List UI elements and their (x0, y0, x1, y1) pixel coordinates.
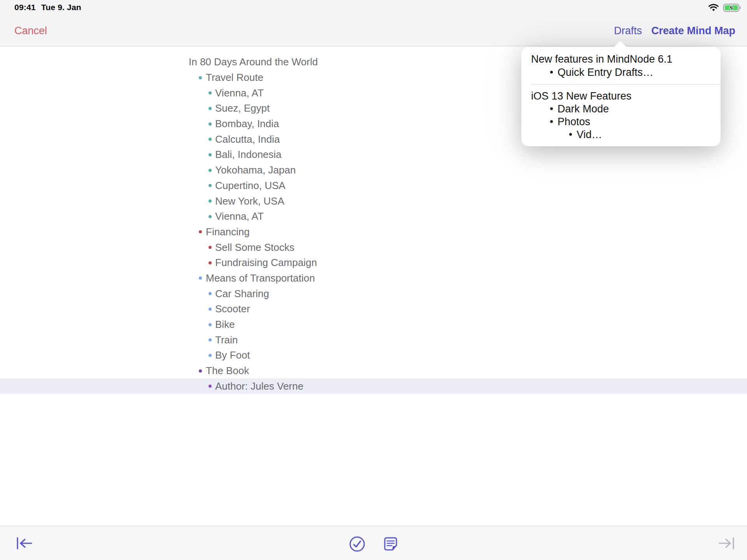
status-date: Tue 9. Jan (41, 3, 81, 12)
outline-row[interactable]: The Book (0, 363, 747, 379)
indent-icon[interactable] (717, 536, 736, 552)
note-icon[interactable] (382, 536, 399, 553)
outline-row[interactable]: Bike (0, 317, 747, 332)
bullet-dot (209, 338, 212, 341)
bottom-toolbar (0, 526, 747, 560)
bullet-dot (209, 292, 212, 295)
bullet-dot (209, 107, 212, 110)
bullet-dot (209, 215, 212, 218)
outline-row[interactable]: By Foot (0, 348, 747, 363)
battery-charging-icon (723, 3, 742, 14)
bullet-dot (209, 153, 212, 156)
top-chrome: 09:41Tue 9. Jan Cancel (0, 0, 747, 46)
drafts-popover: New features in MindNode 6.1 Quick Entry… (521, 47, 721, 146)
bullet-dot (569, 133, 572, 136)
complete-task-icon[interactable] (349, 536, 365, 553)
outline-row[interactable]: Financing (0, 224, 747, 240)
outline-row[interactable]: Yokohama, Japan (0, 163, 747, 178)
outline-row[interactable]: Car Sharing (0, 286, 747, 301)
status-bar: 09:41Tue 9. Jan (0, 0, 747, 16)
wifi-icon (707, 3, 720, 14)
bullet-dot (199, 230, 202, 233)
nav-bar: Cancel Drafts Create Mind Map (0, 16, 747, 46)
bullet-dot (209, 122, 212, 126)
drafts-button[interactable]: Drafts (614, 25, 642, 37)
bullet-dot (209, 385, 212, 388)
bullet-dot (209, 184, 212, 187)
bullet-dot (550, 107, 553, 110)
outline-row[interactable]: Vienna, AT (0, 209, 747, 224)
create-mind-map-button[interactable]: Create Mind Map (651, 25, 735, 37)
bullet-dot (199, 76, 202, 79)
bullet-dot (209, 261, 212, 264)
draft-item-line[interactable]: Vid… (569, 130, 602, 140)
draft-item-line[interactable]: Quick Entry Drafts… (550, 67, 653, 78)
bullet-dot (199, 276, 202, 280)
popover-separator (531, 84, 721, 84)
bullet-dot (550, 120, 553, 123)
outline-row-selected[interactable]: Author: Jules Verne (0, 378, 747, 394)
draft-item-line[interactable]: Dark Mode (550, 104, 609, 114)
bullet-dot (209, 246, 212, 249)
outline-row[interactable]: New York, USA (0, 193, 747, 209)
outline-row[interactable]: Train (0, 332, 747, 348)
bullet-dot (209, 91, 212, 94)
outline-row[interactable]: Sell Some Stocks (0, 240, 747, 255)
status-time: 09:41 (14, 3, 36, 12)
bullet-dot (550, 71, 553, 74)
draft-item[interactable]: New features in MindNode 6.1 (531, 54, 672, 65)
bullet-dot (209, 354, 212, 357)
cancel-button[interactable]: Cancel (14, 25, 47, 37)
bullet-dot (199, 369, 202, 373)
draft-item-line[interactable]: Photos (550, 117, 590, 127)
status-time-date: 09:41Tue 9. Jan (14, 3, 81, 12)
outdent-icon[interactable] (15, 536, 33, 552)
outline-row[interactable]: Cupertino, USA (0, 178, 747, 194)
outline-row[interactable]: Bali, Indonesia (0, 147, 747, 163)
bullet-dot (209, 200, 212, 203)
bullet-dot (209, 138, 212, 141)
bullet-dot (209, 323, 212, 326)
bullet-dot (209, 169, 212, 172)
bullet-dot (209, 308, 212, 311)
outline-row[interactable]: Means of Transportation (0, 271, 747, 286)
outline-row[interactable]: Fundraising Campaign (0, 255, 747, 271)
outline-row[interactable]: Scooter (0, 301, 747, 317)
draft-item[interactable]: iOS 13 New Features (531, 91, 631, 102)
